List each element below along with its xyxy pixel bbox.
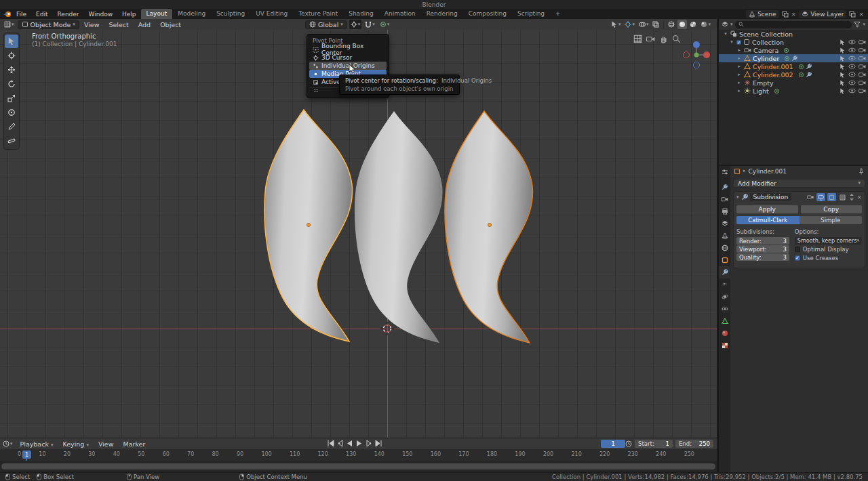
tab-scene[interactable]: [719, 230, 730, 242]
expander-icon[interactable]: ▸: [736, 72, 742, 77]
outliner-row-camera[interactable]: ▸ Camera: [719, 46, 868, 54]
hide-eye-icon[interactable]: [848, 72, 856, 77]
quality-field[interactable]: Quality:3: [736, 253, 789, 261]
workspace-tab-rendering[interactable]: Rendering: [421, 9, 463, 19]
toggle-cage-display[interactable]: [838, 193, 847, 201]
view-layer-selector[interactable]: View Layer: [799, 10, 846, 18]
workspace-tab-sculpting[interactable]: Sculpting: [211, 9, 250, 19]
tool-measure[interactable]: [5, 134, 18, 148]
tool-cursor[interactable]: [5, 49, 18, 62]
restrict-render-icon[interactable]: [859, 56, 866, 61]
expander-icon[interactable]: ▸: [736, 56, 742, 61]
xray-toggle[interactable]: [651, 20, 660, 29]
outliner-row-cylinder-001[interactable]: ▸ Cylinder.001: [719, 62, 868, 70]
tab-output[interactable]: [719, 205, 730, 217]
expander-icon[interactable]: ▾: [723, 31, 728, 37]
hide-eye-icon[interactable]: [848, 88, 856, 93]
hide-eye-icon[interactable]: [848, 56, 856, 61]
apply-button[interactable]: Apply: [736, 205, 798, 213]
new-scene-icon[interactable]: [782, 11, 789, 18]
camera-view-icon[interactable]: [646, 35, 655, 43]
outliner-row-scene-collection[interactable]: ▾ Scene Collection: [719, 30, 868, 38]
workspace-tab-shading[interactable]: Shading: [343, 9, 379, 19]
object-cylinder-002[interactable]: [445, 111, 533, 343]
outliner-row-cylinder-002[interactable]: ▸ Cylinder.002: [719, 70, 868, 79]
remove-view-layer-icon[interactable]: ×: [859, 11, 864, 18]
menu-file[interactable]: File: [12, 11, 31, 18]
new-view-layer-icon[interactable]: [849, 11, 856, 18]
restrict-select-icon[interactable]: [840, 80, 846, 86]
menu-playback[interactable]: Playback ▾: [16, 440, 58, 448]
expander-icon[interactable]: ▸: [736, 64, 742, 69]
expander-icon[interactable]: ▸: [736, 88, 742, 93]
tool-annotate[interactable]: [5, 120, 18, 133]
toggle-editmode-display[interactable]: [827, 193, 836, 201]
restrict-select-icon[interactable]: [840, 88, 846, 94]
menu-render[interactable]: Render: [53, 11, 84, 18]
transform-orientation-dropdown[interactable]: Global▾: [305, 20, 347, 29]
workspace-tab-layout[interactable]: Layout: [141, 9, 173, 19]
timeline-scroll-track[interactable]: [0, 461, 717, 473]
close-modifier-icon[interactable]: ×: [856, 194, 862, 201]
frame-start-field[interactable]: Start:1: [635, 440, 673, 448]
editor-type-button[interactable]: ▾: [3, 20, 16, 29]
restrict-render-icon[interactable]: [859, 72, 866, 77]
tab-modifiers[interactable]: [719, 266, 730, 278]
properties-editor-icon[interactable]: [719, 166, 730, 178]
pin-icon[interactable]: [858, 168, 865, 175]
workspace-tab-texture-paint[interactable]: Texture Paint: [293, 9, 343, 19]
restrict-render-icon[interactable]: [859, 39, 866, 45]
filter-icon[interactable]: [854, 21, 861, 28]
prev-keyframe-button[interactable]: [336, 439, 344, 448]
restrict-select-icon[interactable]: [840, 56, 846, 62]
timeline-editor-icon[interactable]: [3, 440, 9, 447]
simple-button[interactable]: Simple: [800, 216, 863, 224]
tool-move[interactable]: [5, 63, 18, 77]
scene-selector[interactable]: Scene: [746, 10, 778, 18]
selectability-dropdown[interactable]: ▾: [610, 20, 623, 29]
jump-to-start-button[interactable]: [326, 439, 335, 448]
outliner-row-empty[interactable]: ▸ Empty: [719, 79, 868, 87]
hide-eye-icon[interactable]: [848, 80, 856, 85]
play-button[interactable]: [355, 439, 363, 448]
frame-end-field[interactable]: End:250: [675, 440, 713, 448]
show-overlays-toggle[interactable]: ▾: [637, 20, 650, 29]
optimal-display-checkbox[interactable]: [795, 247, 800, 252]
tab-material[interactable]: [719, 327, 730, 339]
toggle-realtime-display[interactable]: [816, 193, 825, 201]
tool-rotate[interactable]: [5, 77, 18, 91]
play-reverse-button[interactable]: [345, 439, 354, 448]
menu-view[interactable]: View: [79, 21, 104, 28]
tab-world[interactable]: [719, 242, 730, 254]
viewport-subdivisions-field[interactable]: Viewport:3: [736, 245, 789, 253]
add-workspace-button[interactable]: +: [550, 9, 566, 19]
tool-select-box[interactable]: [5, 35, 18, 48]
shading-wireframe-button[interactable]: [667, 20, 676, 29]
restrict-select-icon[interactable]: [840, 47, 846, 54]
tab-tool[interactable]: [719, 181, 730, 193]
expander-icon[interactable]: ▸: [736, 47, 742, 53]
add-modifier-dropdown[interactable]: Add Modifier▾: [733, 179, 865, 188]
timeline-scrollbar[interactable]: [1, 463, 715, 469]
area-divider-horizontal[interactable]: [719, 165, 868, 166]
pivot-point-button[interactable]: ▾: [349, 20, 362, 29]
use-creases-row[interactable]: ✓Use Creases: [795, 254, 862, 262]
toggle-render-display[interactable]: [806, 193, 814, 201]
tab-texture[interactable]: [719, 339, 730, 352]
menu-select[interactable]: Select: [104, 21, 133, 28]
uv-smooth-dropdown[interactable]: Smooth, keep corners▾: [795, 237, 862, 245]
restrict-render-icon[interactable]: [859, 88, 866, 93]
proportional-editing-button[interactable]: ▾: [378, 20, 391, 29]
menu-object[interactable]: Object: [155, 21, 186, 28]
next-keyframe-button[interactable]: [364, 439, 373, 448]
render-subdivisions-field[interactable]: Render:3: [736, 237, 789, 245]
preview-range-icon[interactable]: [625, 440, 632, 447]
modifier-name-field[interactable]: Subdivision: [750, 193, 792, 201]
outliner-row-light[interactable]: ▸ Light: [719, 87, 868, 95]
outliner-editor-icon[interactable]: [722, 21, 728, 28]
object-cylinder-001[interactable]: [355, 111, 443, 343]
viewport-3d[interactable]: Front Orthographic (1) Collection | Cyli…: [0, 30, 717, 438]
collection-checkbox[interactable]: ✓: [736, 40, 741, 45]
outliner-row-cylinder[interactable]: ▸ Cylinder: [719, 54, 868, 62]
menu-marker[interactable]: Marker: [118, 440, 150, 448]
